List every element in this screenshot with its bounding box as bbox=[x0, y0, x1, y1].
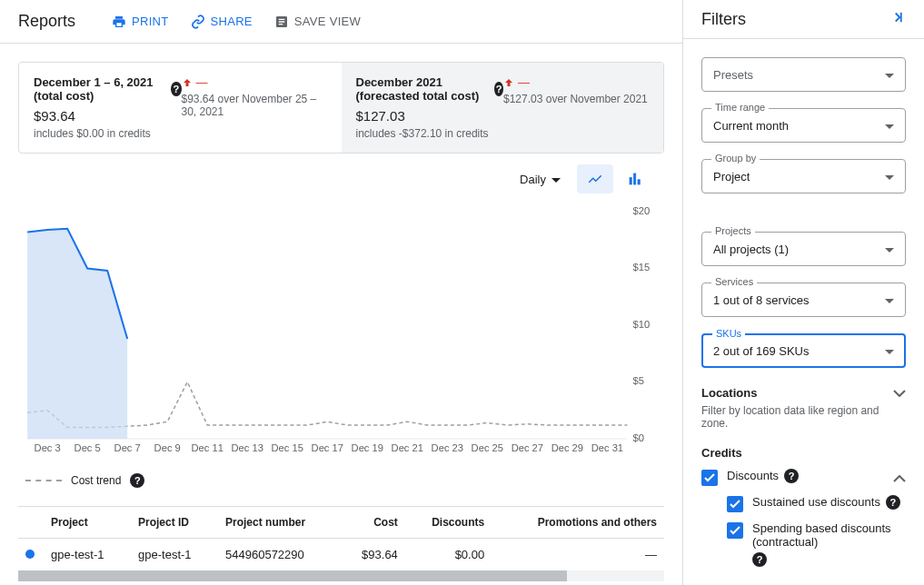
trend-swatch bbox=[25, 480, 62, 481]
svg-text:Dec 5: Dec 5 bbox=[75, 442, 101, 453]
help-icon[interactable]: ? bbox=[171, 82, 182, 96]
svg-text:Dec 3: Dec 3 bbox=[35, 442, 61, 453]
chevron-down-icon bbox=[885, 344, 894, 358]
svg-text:Dec 17: Dec 17 bbox=[312, 442, 343, 453]
cost-table: ProjectProject IDProject numberCostDisco… bbox=[18, 506, 664, 581]
forecast-title: December 2021 (forecasted total cost) bbox=[356, 75, 490, 103]
cost-chart: $0$5$10$15$20Dec 3Dec 5Dec 7Dec 9Dec 11D… bbox=[18, 203, 664, 466]
total-trend-indicator: — bbox=[182, 75, 327, 89]
discounts-checkbox[interactable] bbox=[701, 470, 718, 486]
arrow-up-icon bbox=[182, 77, 193, 88]
sustained-label: Sustained use discounts bbox=[752, 495, 880, 509]
forecast-amount: $127.03 bbox=[356, 108, 504, 124]
collapse-panel-icon[interactable] bbox=[889, 9, 906, 30]
services-select[interactable]: Services 1 out of 8 services bbox=[701, 283, 906, 317]
forecast-credits: includes -$372.10 in credits bbox=[356, 127, 504, 140]
summary-cards: December 1 – 6, 2021 (total cost) ? $93.… bbox=[18, 62, 664, 154]
svg-text:$10: $10 bbox=[632, 319, 650, 330]
table-row[interactable]: gpe-test-1gpe-test-1544960572290 $93.64$… bbox=[18, 539, 664, 571]
project-color-dot bbox=[25, 550, 35, 559]
svg-text:Dec 25: Dec 25 bbox=[472, 442, 503, 453]
svg-rect-0 bbox=[630, 178, 631, 185]
group-by-select[interactable]: Group by Project bbox=[701, 159, 906, 193]
help-icon[interactable]: ? bbox=[784, 469, 799, 483]
forecast-trend-indicator: — bbox=[503, 75, 649, 89]
print-button[interactable]: PRINT bbox=[112, 15, 169, 29]
chevron-down-icon bbox=[885, 243, 894, 256]
horizontal-scrollbar[interactable] bbox=[18, 570, 664, 581]
total-cost-delta: $93.64 over November 25 – 30, 2021 bbox=[182, 93, 327, 118]
svg-text:$0: $0 bbox=[632, 432, 643, 443]
share-icon bbox=[191, 15, 205, 29]
svg-text:Dec 21: Dec 21 bbox=[392, 442, 423, 453]
reports-header: Reports PRINT SHARE bbox=[0, 0, 682, 44]
svg-text:Dec 23: Dec 23 bbox=[432, 442, 463, 453]
total-cost-credits: includes $0.00 in credits bbox=[34, 127, 182, 140]
filters-title: Filters bbox=[701, 10, 746, 29]
chevron-up-icon[interactable] bbox=[893, 470, 906, 486]
page-title: Reports bbox=[18, 12, 75, 31]
credits-section: Credits Discounts ? bbox=[701, 446, 906, 567]
svg-rect-2 bbox=[638, 180, 640, 184]
total-cost-title: December 1 – 6, 2021 (total cost) bbox=[34, 75, 165, 103]
locations-title: Locations bbox=[701, 386, 757, 400]
line-chart-button[interactable] bbox=[577, 164, 613, 193]
save-view-button[interactable]: SAVE VIEW bbox=[274, 15, 361, 29]
save-icon bbox=[274, 15, 289, 29]
help-icon[interactable]: ? bbox=[886, 495, 900, 510]
chevron-down-icon bbox=[885, 68, 894, 82]
discounts-label: Discounts bbox=[727, 469, 779, 482]
arrow-up-icon bbox=[503, 77, 514, 88]
svg-text:$20: $20 bbox=[632, 205, 650, 216]
projects-select[interactable]: Projects All projects (1) bbox=[701, 232, 906, 266]
help-icon[interactable]: ? bbox=[494, 82, 503, 96]
chevron-down-icon bbox=[885, 119, 894, 133]
forecast-cost-card[interactable]: December 2021 (forecasted total cost) ? … bbox=[342, 63, 664, 153]
share-button[interactable]: SHARE bbox=[191, 15, 253, 29]
forecast-delta: $127.03 over November 2021 bbox=[503, 93, 649, 105]
svg-text:Dec 9: Dec 9 bbox=[154, 442, 181, 453]
chevron-down-icon bbox=[893, 384, 906, 401]
spending-based-checkbox[interactable] bbox=[727, 522, 743, 539]
locations-subtitle: Filter by location data like region and … bbox=[701, 404, 906, 430]
help-icon[interactable]: ? bbox=[752, 552, 767, 567]
svg-text:Dec 19: Dec 19 bbox=[352, 442, 383, 453]
svg-text:Dec 29: Dec 29 bbox=[551, 442, 583, 453]
svg-text:Dec 11: Dec 11 bbox=[192, 442, 224, 453]
sustained-use-checkbox[interactable] bbox=[727, 496, 743, 512]
chevron-down-icon bbox=[885, 293, 894, 307]
svg-text:$5: $5 bbox=[632, 376, 643, 387]
skus-select[interactable]: SKUs 2 out of 169 SKUs bbox=[701, 333, 906, 368]
granularity-dropdown[interactable]: Daily bbox=[512, 167, 568, 192]
print-icon bbox=[112, 15, 126, 29]
credits-title: Credits bbox=[701, 446, 906, 460]
svg-text:Dec 31: Dec 31 bbox=[591, 442, 623, 453]
svg-text:Dec 7: Dec 7 bbox=[114, 442, 141, 453]
chevron-down-icon bbox=[551, 173, 561, 186]
total-cost-amount: $93.64 bbox=[34, 108, 182, 124]
filters-header: Filters bbox=[683, 0, 924, 39]
svg-text:Dec 27: Dec 27 bbox=[512, 442, 543, 453]
svg-text:$15: $15 bbox=[632, 263, 650, 273]
time-range-select[interactable]: Time range Current month bbox=[701, 108, 906, 143]
svg-text:Dec 15: Dec 15 bbox=[272, 442, 303, 453]
legend-label: Cost trend bbox=[71, 474, 121, 487]
svg-text:Dec 13: Dec 13 bbox=[232, 442, 263, 453]
spending-label: Spending based discounts (contractual) bbox=[752, 521, 891, 549]
total-cost-card[interactable]: December 1 – 6, 2021 (total cost) ? $93.… bbox=[19, 63, 342, 153]
bar-chart-button[interactable] bbox=[617, 164, 653, 193]
locations-section[interactable]: Locations Filter by location data like r… bbox=[701, 384, 906, 430]
chevron-down-icon bbox=[885, 170, 894, 183]
help-icon[interactable]: ? bbox=[130, 473, 144, 488]
chart-legend: Cost trend ? bbox=[18, 466, 664, 506]
presets-select[interactable]: Presets bbox=[701, 57, 906, 92]
svg-rect-1 bbox=[634, 174, 636, 184]
